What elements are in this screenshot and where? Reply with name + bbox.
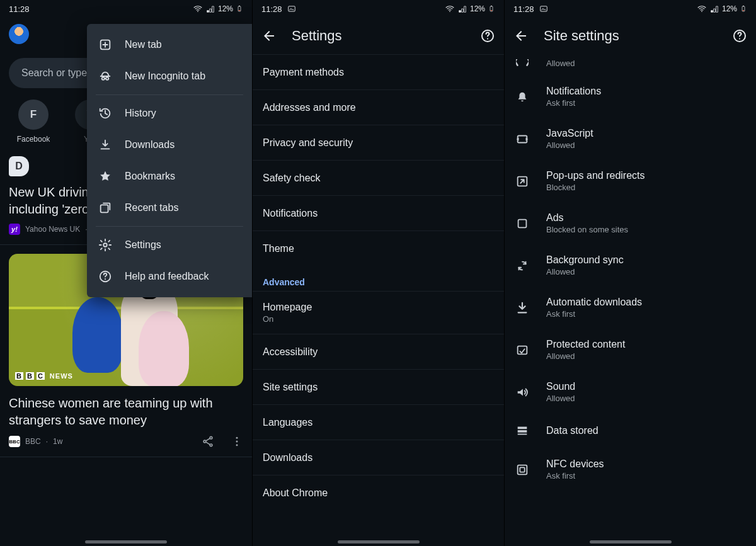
storage-icon [515, 423, 530, 438]
row-javascript[interactable]: JavaScriptAllowed [505, 118, 756, 160]
row-protected-content[interactable]: Protected contentAllowed [505, 329, 756, 371]
clock: 11:28 [513, 4, 534, 14]
site-settings-list: Allowed NotificationsAsk first JavaScrip… [505, 54, 756, 491]
nav-gesture-hint [590, 540, 672, 543]
menu-help[interactable]: Help and feedback [87, 261, 252, 292]
clock: 11:28 [9, 4, 30, 14]
screen-site-settings: 11:28 12% Site settings Allowed Notifica… [504, 0, 756, 546]
protected-icon [515, 343, 530, 358]
row-languages[interactable]: Languages [253, 404, 504, 440]
discover-chip[interactable]: D [9, 156, 29, 176]
menu-bookmarks[interactable]: Bookmarks [87, 161, 252, 192]
clock: 11:28 [261, 4, 282, 14]
download-icon [98, 138, 112, 152]
plus-box-icon [98, 38, 112, 52]
feed-meta: BBC BBC · 1w [9, 435, 243, 448]
status-bar: 11:28 12% [505, 0, 756, 18]
settings-list: Payment methods Addresses and more Priva… [253, 54, 504, 510]
overflow-menu: New tab New Incognito tab History Downlo… [87, 24, 252, 297]
wifi-icon [445, 4, 455, 14]
signal-icon [709, 4, 719, 14]
row-payment-methods[interactable]: Payment methods [253, 54, 504, 89]
star-icon [98, 169, 112, 183]
menu-history[interactable]: History [87, 98, 252, 129]
row-safety-check[interactable]: Safety check [253, 160, 504, 195]
avatar[interactable] [9, 24, 29, 44]
more-icon[interactable] [231, 435, 243, 448]
menu-recent-tabs[interactable]: Recent tabs [87, 192, 252, 224]
bbc-overlay: BBCNEWS [15, 372, 73, 380]
popup-icon [515, 174, 530, 189]
nfc-icon [515, 462, 530, 477]
sync-icon [515, 258, 530, 273]
row-background-sync[interactable]: Background syncAllowed [505, 244, 756, 287]
tabs-icon [98, 201, 112, 215]
nav-gesture-hint [85, 540, 167, 543]
row-sound[interactable]: SoundAllowed [505, 371, 756, 413]
battery-icon [740, 4, 747, 14]
square-icon [515, 216, 530, 231]
back-icon[interactable] [513, 28, 529, 43]
wifi-icon [193, 4, 203, 14]
feed-title: Chinese women are teaming up with strang… [9, 395, 243, 429]
yahoo-icon: y! [9, 224, 20, 235]
row-notifications[interactable]: NotificationsAsk first [505, 76, 756, 118]
nav-gesture-hint [338, 540, 420, 543]
row-ads[interactable]: AdsBlocked on some sites [505, 202, 756, 244]
screenshot-icon [287, 4, 296, 13]
row-notifications[interactable]: Notifications [253, 195, 504, 230]
row-downloads[interactable]: Downloads [253, 440, 504, 475]
status-bar: 11:28 12% [0, 0, 252, 18]
screenshot-icon [539, 4, 548, 13]
battery-pct: 12% [722, 4, 737, 13]
page-title: Site settings [544, 28, 717, 44]
screen-chrome-home: 11:28 12% Search or type URL F Facebook … [0, 0, 252, 546]
battery-pct: 12% [470, 4, 485, 13]
incognito-icon [98, 69, 112, 83]
app-bar: Settings [253, 18, 504, 54]
row-partial-top[interactable]: Allowed [505, 54, 756, 76]
menu-new-tab[interactable]: New tab [87, 29, 252, 60]
signal-icon [457, 4, 467, 14]
history-icon [98, 106, 112, 120]
row-addresses[interactable]: Addresses and more [253, 89, 504, 125]
row-about-chrome[interactable]: About Chrome [253, 475, 504, 510]
battery-icon [488, 4, 495, 14]
help-icon [98, 270, 112, 283]
shortcut-facebook[interactable]: F Facebook [11, 100, 55, 144]
signal-icon [205, 4, 215, 14]
menu-downloads[interactable]: Downloads [87, 129, 252, 161]
help-icon[interactable] [480, 28, 495, 43]
status-bar: 11:28 12% [253, 0, 504, 18]
row-popups[interactable]: Pop-ups and redirectsBlocked [505, 160, 756, 202]
menu-separator [96, 226, 243, 227]
row-auto-downloads[interactable]: Automatic downloadsAsk first [505, 287, 756, 329]
feed-card[interactable]: Chinese women are teaming up with strang… [9, 395, 243, 429]
row-site-settings[interactable]: Site settings [253, 369, 504, 404]
download-filled-icon [515, 300, 530, 316]
menu-incognito[interactable]: New Incognito tab [87, 60, 252, 92]
code-end-icon [515, 55, 530, 71]
bbc-icon: BBC [9, 436, 20, 447]
row-privacy[interactable]: Privacy and security [253, 125, 504, 160]
row-data-stored[interactable]: Data stored [505, 413, 756, 448]
wifi-icon [697, 4, 707, 14]
menu-settings[interactable]: Settings [87, 229, 252, 261]
bell-icon [515, 89, 530, 105]
back-icon[interactable] [261, 28, 277, 43]
gear-icon [98, 238, 112, 252]
menu-separator [96, 94, 243, 95]
battery-icon [236, 4, 243, 14]
help-icon[interactable] [732, 28, 747, 43]
screen-settings: 11:28 12% Settings Payment methods Addre… [252, 0, 504, 546]
row-homepage[interactable]: HomepageOn [253, 291, 504, 334]
share-icon[interactable] [202, 435, 214, 448]
section-advanced: Advanced [253, 266, 504, 291]
battery-pct: 12% [218, 4, 233, 13]
row-theme[interactable]: Theme [253, 230, 504, 266]
js-icon [515, 132, 530, 147]
divider [0, 457, 252, 457]
row-accessibility[interactable]: Accessibility [253, 334, 504, 369]
row-nfc[interactable]: NFC devicesAsk first [505, 448, 756, 491]
sound-icon [515, 385, 530, 400]
